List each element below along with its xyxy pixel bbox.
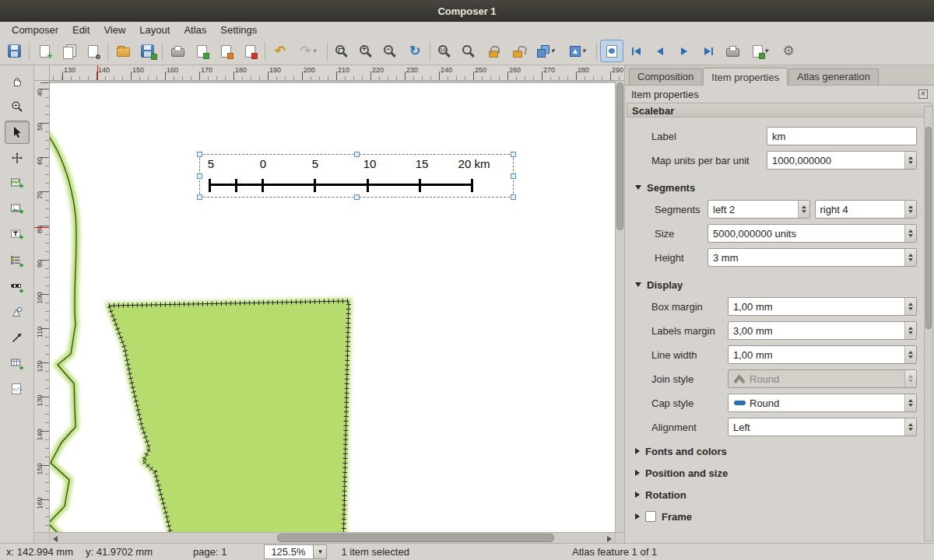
atlas-preview-toggle[interactable] [600, 40, 623, 62]
zoom-tool-button[interactable] [5, 95, 30, 118]
add-html-button[interactable]: </> [5, 377, 30, 401]
pan-tool-button[interactable] [5, 69, 30, 93]
segments-left-spinbox[interactable]: left 2 [708, 200, 810, 219]
map-item[interactable] [50, 83, 615, 532]
add-label-button[interactable] [5, 223, 30, 247]
raise-items-button[interactable]: ▾ [562, 40, 593, 62]
menu-atlas[interactable]: Atlas [177, 23, 213, 37]
export-pdf-button[interactable] [238, 40, 262, 62]
spinner-buttons[interactable] [904, 346, 916, 363]
selection-handle[interactable] [511, 173, 516, 179]
segments-right-spinbox[interactable]: right 4 [815, 200, 918, 219]
scroll-right-arrow-icon[interactable] [607, 536, 612, 542]
labels-margin-spinbox[interactable]: 3,00 mm [728, 321, 917, 340]
spinner-buttons[interactable] [904, 152, 916, 169]
size-spinbox[interactable]: 5000,000000 units [708, 224, 917, 243]
add-legend-button[interactable] [5, 249, 30, 272]
selection-handle[interactable] [354, 152, 360, 157]
segments-group-header[interactable]: Segments [635, 180, 917, 194]
box-margin-spinbox[interactable]: 1,00 mm [728, 297, 917, 316]
selection-handle[interactable] [354, 194, 360, 200]
zoom-full-button[interactable] [331, 40, 354, 62]
add-image-button[interactable] [5, 198, 30, 221]
panel-scrollbar[interactable] [924, 106, 933, 541]
new-composer-button[interactable]: + [33, 40, 56, 62]
spinner-buttons[interactable] [904, 322, 916, 339]
menu-view[interactable]: View [97, 23, 132, 37]
spinner-buttons[interactable] [904, 201, 916, 218]
cap-style-combo[interactable]: Round [728, 394, 917, 412]
selection-handle[interactable] [511, 194, 516, 200]
tab-composition[interactable]: Composition [629, 68, 702, 85]
position-and-size-header[interactable]: Position and size [635, 466, 917, 480]
add-new-map-button[interactable] [5, 172, 30, 195]
spinner-buttons[interactable] [904, 298, 916, 315]
refresh-view-button[interactable]: ↻ [403, 40, 427, 62]
menu-composer[interactable]: Composer [5, 23, 65, 37]
fonts-and-colors-header[interactable]: Fonts and colors [635, 444, 917, 458]
tab-atlas-generation[interactable]: Atlas generation [788, 68, 879, 85]
export-svg-button[interactable] [214, 40, 237, 62]
export-atlas-button[interactable]: ▾ [745, 40, 776, 62]
titlebar[interactable]: Composer 1 [0, 0, 934, 22]
add-attribute-table-button[interactable] [5, 352, 30, 375]
height-spinbox[interactable]: 3 mm [708, 248, 917, 267]
vertical-scrollbar[interactable] [615, 81, 624, 532]
alignment-combo[interactable]: Left [728, 418, 917, 436]
atlas-settings-button[interactable]: ⚙ [777, 40, 800, 62]
spinner-buttons[interactable] [798, 201, 809, 218]
undo-button[interactable]: ↶ [269, 40, 292, 62]
frame-header[interactable]: Frame [635, 509, 917, 523]
unlock-all-button[interactable] [506, 40, 529, 62]
lock-items-button[interactable] [482, 40, 505, 62]
load-template-button[interactable] [111, 40, 135, 62]
zoom-selection-button[interactable] [458, 40, 481, 62]
save-project-button[interactable] [2, 40, 26, 62]
spinner-buttons[interactable] [904, 225, 916, 242]
menu-layout[interactable]: Layout [132, 23, 177, 37]
zoom-out-button[interactable] [379, 40, 402, 62]
composition-canvas[interactable]: 505101520 km [50, 81, 615, 532]
composer-manager-button[interactable] [81, 40, 104, 62]
map-units-spinbox[interactable]: 1000,000000 [767, 151, 917, 170]
selection-handle[interactable] [197, 194, 202, 200]
save-template-button[interactable] [135, 40, 159, 62]
add-arrow-button[interactable] [5, 326, 30, 349]
spinner-buttons[interactable] [904, 418, 916, 436]
print-atlas-button[interactable] [721, 40, 744, 62]
display-group-header[interactable]: Display [635, 278, 917, 292]
frame-checkbox[interactable] [645, 511, 656, 522]
atlas-prev-button[interactable] [648, 40, 672, 62]
export-image-button[interactable] [190, 40, 213, 62]
zoom-level-combo[interactable]: 125.5% ▼ [264, 544, 327, 559]
vscroll-thumb[interactable] [616, 82, 623, 230]
close-panel-button[interactable]: × [918, 89, 928, 99]
zoom-actual-button[interactable] [434, 40, 457, 62]
menu-edit[interactable]: Edit [65, 23, 97, 37]
add-scalebar-button[interactable] [5, 275, 30, 298]
select-move-item-button[interactable] [5, 121, 30, 144]
panel-scroll-thumb[interactable] [925, 127, 932, 329]
scalebar-item[interactable]: 505101520 km [199, 154, 514, 198]
selection-handle[interactable] [197, 152, 202, 157]
spinner-buttons[interactable] [904, 394, 916, 411]
zoom-combo-arrow[interactable]: ▼ [314, 544, 327, 559]
add-shape-button[interactable] [5, 300, 30, 324]
menu-settings[interactable]: Settings [213, 23, 264, 37]
duplicate-composer-button[interactable] [57, 40, 80, 62]
selection-handle[interactable] [511, 152, 516, 157]
rotation-header[interactable]: Rotation [635, 488, 917, 502]
print-button[interactable] [166, 40, 189, 62]
move-item-content-button[interactable] [5, 146, 30, 170]
atlas-first-button[interactable] [624, 40, 648, 62]
spinner-buttons[interactable] [904, 249, 916, 266]
label-input[interactable] [767, 127, 917, 145]
group-items-button[interactable]: ▾ [530, 40, 561, 62]
zoom-in-button[interactable] [355, 40, 378, 62]
hscroll-thumb[interactable] [277, 534, 554, 542]
atlas-next-button[interactable] [672, 40, 696, 62]
redo-button[interactable]: ↷▾ [293, 40, 324, 62]
selection-handle[interactable] [197, 173, 202, 179]
atlas-last-button[interactable] [697, 40, 720, 62]
horizontal-scrollbar[interactable] [50, 533, 615, 543]
